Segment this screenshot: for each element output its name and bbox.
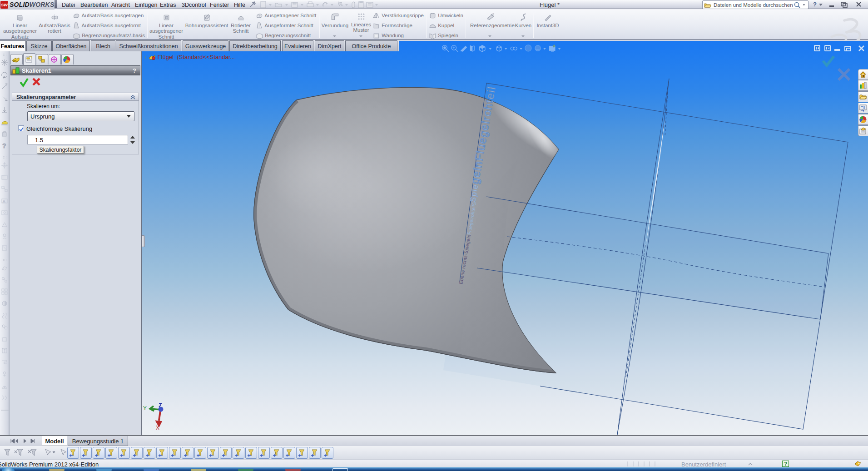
svg-text:Y: Y bbox=[143, 405, 147, 412]
svg-text:SW: SW bbox=[1, 3, 8, 7]
svg-text:?: ? bbox=[2, 142, 6, 149]
svg-text:*: * bbox=[493, 13, 494, 16]
svg-text:X: X bbox=[156, 425, 159, 431]
svg-text:A: A bbox=[3, 199, 5, 203]
